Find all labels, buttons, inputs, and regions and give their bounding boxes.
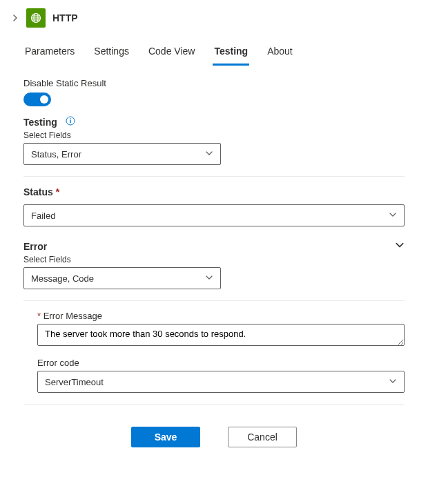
tab-parameters[interactable]: Parameters [23,40,76,66]
required-asterisk: * [37,311,41,321]
status-value: Failed [31,211,55,221]
svg-point-6 [70,118,71,119]
error-code-label: Error code [37,358,405,368]
disable-static-result-label: Disable Static Result [23,78,405,88]
chevron-down-icon [205,273,213,284]
http-app-icon [26,8,46,28]
chevron-down-icon [205,149,213,159]
error-code-dropdown[interactable]: ServerTimeout [37,371,405,393]
testing-select-fields-label: Select Fields [23,130,405,140]
panel-header: HTTP [0,0,428,33]
tab-about[interactable]: About [266,40,294,66]
error-select-fields-dropdown[interactable]: Message, Code [23,267,221,289]
expand-caret-icon[interactable] [11,14,19,22]
error-code-value: ServerTimeout [45,377,104,387]
tab-testing[interactable]: Testing [213,40,249,66]
error-message-input[interactable] [37,324,405,346]
status-heading: Status * [23,186,405,197]
info-icon[interactable] [66,116,75,128]
error-collapse-icon[interactable] [395,240,405,252]
chevron-down-icon [389,377,397,387]
cancel-button[interactable]: Cancel [228,427,297,447]
disable-static-result-section: Disable Static Result [23,78,405,106]
testing-select-fields-value: Status, Error [31,149,81,159]
tab-bar: Parameters Settings Code View Testing Ab… [0,33,428,66]
divider [23,300,405,301]
svg-rect-7 [70,120,70,123]
error-message-label: * Error Message [37,311,405,321]
disable-static-result-toggle[interactable] [23,93,51,106]
error-select-fields-label: Select Fields [23,255,405,264]
error-select-fields-value: Message, Code [31,273,94,284]
testing-heading: Testing [23,117,57,128]
testing-heading-row: Testing [23,116,405,128]
footer-actions: Save Cancel [23,414,405,461]
tab-settings[interactable]: Settings [93,40,130,66]
required-asterisk: * [56,186,59,197]
panel-title: HTTP [52,12,78,23]
status-dropdown[interactable]: Failed [23,204,405,226]
testing-select-fields-dropdown[interactable]: Status, Error [23,143,221,165]
error-heading: Error [23,241,47,252]
save-button[interactable]: Save [131,427,200,447]
chevron-down-icon [389,211,397,221]
divider [23,404,405,405]
divider [23,176,405,177]
tab-code-view[interactable]: Code View [147,40,196,66]
